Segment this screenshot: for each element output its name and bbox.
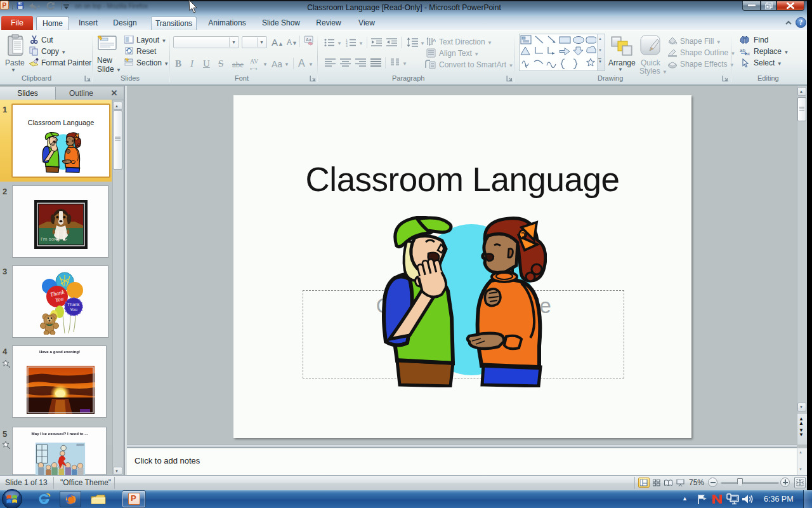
svg-text:ac: ac xyxy=(745,51,750,56)
svg-text:A: A xyxy=(433,37,436,43)
svg-text:3: 3 xyxy=(346,44,348,48)
svg-text:I'm sorry: I'm sorry xyxy=(41,236,60,242)
svg-text:Aa: Aa xyxy=(306,37,311,42)
svg-text:You: You xyxy=(70,307,77,312)
svg-text:Thank: Thank xyxy=(67,302,80,307)
